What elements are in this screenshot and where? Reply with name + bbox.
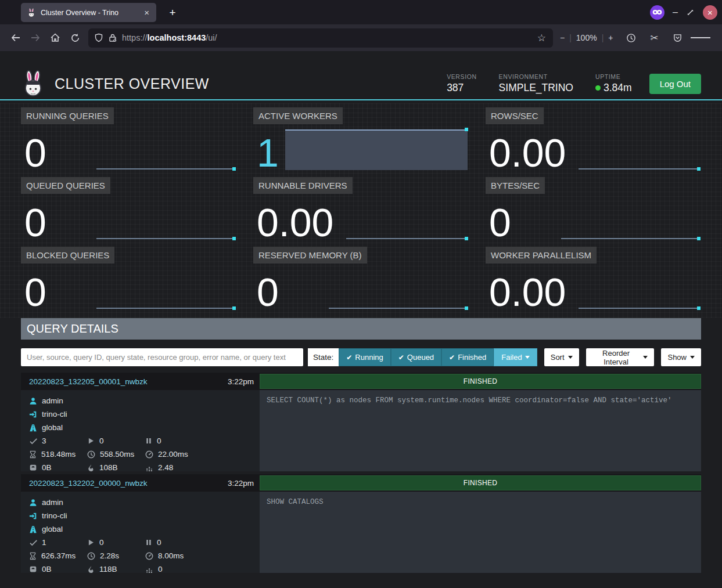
sparkline xyxy=(96,168,235,169)
current-memory: 0B xyxy=(42,463,52,472)
sparkline-endpoint-dot xyxy=(697,167,701,171)
query-row: 20220823_132202_00000_nwbzk 3:22pm FINIS… xyxy=(21,474,701,573)
user-icon xyxy=(29,397,37,405)
queued-splits-pause-icon xyxy=(145,539,152,546)
stat-card-value: 0.00 xyxy=(489,133,566,172)
queued-splits: 0 xyxy=(157,538,161,547)
sparkline-endpoint-dot xyxy=(232,306,236,310)
stat-card-rows-sec: ROWS/SEC 0.00 xyxy=(486,107,701,172)
stat-card-title: QUEUED QUERIES xyxy=(21,177,110,194)
stat-card-value: 0 xyxy=(24,133,46,172)
stat-card-value: 0.00 xyxy=(489,272,566,312)
new-tab-button[interactable]: + xyxy=(164,5,181,21)
home-icon[interactable] xyxy=(45,28,65,48)
pocket-icon[interactable] xyxy=(667,28,687,48)
tab-title: Cluster Overview - Trino xyxy=(41,9,142,17)
bookmark-star-icon[interactable]: ☆ xyxy=(534,32,549,44)
cpu-time-gauge-icon xyxy=(145,552,153,560)
sparkline xyxy=(96,238,235,239)
wall-time: 626.37ms xyxy=(41,551,76,560)
stat-card-bytes-sec: BYTES/SEC 0 xyxy=(486,177,701,242)
completed-splits-check-icon xyxy=(29,437,37,445)
sparkline xyxy=(579,168,700,169)
wall-time-hourglass-icon xyxy=(29,450,37,459)
uptime-label: UPTIME xyxy=(595,73,632,80)
check-icon: ✔ xyxy=(398,353,404,362)
caret-down-icon xyxy=(525,356,530,359)
window-close-button[interactable]: × xyxy=(703,5,717,20)
parallelism: 0 xyxy=(158,565,163,573)
stat-card-title: RUNNING QUERIES xyxy=(21,107,114,124)
zoom-out-button[interactable]: − xyxy=(560,33,565,42)
header-accent-rule xyxy=(0,99,722,100)
show-dropdown[interactable]: Show xyxy=(661,348,701,366)
peak-memory: 108B xyxy=(99,463,118,472)
back-icon[interactable] xyxy=(6,28,26,48)
environment-label: ENVIRONMENT xyxy=(499,73,573,80)
total-time-clock-icon xyxy=(87,552,95,560)
sparkline-endpoint-dot xyxy=(697,237,701,240)
sparkline xyxy=(579,308,700,309)
state-filter-running[interactable]: ✔ Running xyxy=(339,348,391,366)
query-id-link[interactable]: 20220823_132205_00001_nwbzk xyxy=(29,377,147,386)
screenshot-scissors-icon[interactable]: ✂ xyxy=(644,28,664,48)
state-filter-failed-dropdown[interactable]: Failed xyxy=(494,348,537,366)
zoom-level[interactable]: 100% xyxy=(576,33,597,42)
page-title: CLUSTER OVERVIEW xyxy=(55,75,209,92)
trino-cluster-overview-page: CLUSTER OVERVIEW VERSION 387 ENVIRONMENT… xyxy=(0,51,722,588)
wall-time-hourglass-icon xyxy=(29,552,37,560)
sparkline xyxy=(346,238,468,239)
sparkline-endpoint-dot xyxy=(465,128,468,131)
running-splits-play-icon xyxy=(87,437,95,445)
query-filter-toolbar: State: ✔ Running ✔ Queued ✔ Finished Fai… xyxy=(21,348,701,366)
sort-dropdown[interactable]: Sort xyxy=(544,348,579,366)
sparkline-endpoint-dot xyxy=(465,306,468,310)
caret-down-icon xyxy=(643,356,648,359)
stat-card-blocked-queries: BLOCKED QUERIES 0 xyxy=(21,247,236,312)
parallelism: 2.48 xyxy=(158,463,173,472)
stat-card-title: ROWS/SEC xyxy=(486,107,544,124)
reload-icon[interactable] xyxy=(65,28,85,48)
window-minimize-button[interactable]: – xyxy=(673,9,678,15)
stat-card-value: 0 xyxy=(489,203,511,242)
stat-card-title: RESERVED MEMORY (B) xyxy=(253,247,367,264)
total-time-clock-icon xyxy=(87,450,95,459)
running-splits-play-icon xyxy=(87,539,95,546)
state-filter-queued[interactable]: ✔ Queued xyxy=(391,348,441,366)
queued-splits-pause-icon xyxy=(145,437,152,445)
sparkline xyxy=(96,308,235,309)
zoom-in-button[interactable]: + xyxy=(608,33,613,42)
history-clock-icon[interactable] xyxy=(621,28,641,48)
stat-card-active-workers: ACTIVE WORKERS 1 xyxy=(253,107,469,172)
reorder-interval-dropdown[interactable]: Reorder Interval xyxy=(586,348,655,366)
url-bar[interactable]: https://localhost:8443/ui/ ☆ xyxy=(88,28,553,48)
total-time: 2.28s xyxy=(100,551,119,560)
shield-icon[interactable] xyxy=(94,33,103,42)
logout-button[interactable]: Log Out xyxy=(649,74,701,94)
lock-warning-icon[interactable] xyxy=(108,33,117,42)
peak-memory: 118B xyxy=(99,565,117,573)
query-list: 20220823_132205_00001_nwbzk 3:22pm FINIS… xyxy=(21,373,701,576)
stat-card-title: RUNNABLE DRIVERS xyxy=(253,177,353,194)
peak-memory-flame-icon xyxy=(87,464,95,472)
version-value: 387 xyxy=(447,82,476,94)
private-browsing-icon xyxy=(650,5,664,20)
query-resource-group: global xyxy=(42,423,63,432)
check-icon: ✔ xyxy=(346,353,352,362)
trino-bunny-logo xyxy=(21,70,45,98)
forward-icon[interactable] xyxy=(26,28,45,48)
query-id-link[interactable]: 20220823_132202_00000_nwbzk xyxy=(29,479,147,488)
url-text[interactable]: https://localhost:8443/ui/ xyxy=(122,33,534,42)
browser-tab[interactable]: Cluster Overview - Trino × xyxy=(21,3,156,22)
wall-time: 518.48ms xyxy=(41,450,76,459)
query-sql-text: SHOW CATALOGS xyxy=(260,492,701,573)
stat-card-title: BLOCKED QUERIES xyxy=(21,247,114,264)
state-filter-finished[interactable]: ✔ Finished xyxy=(441,348,494,366)
window-restore-button[interactable] xyxy=(686,8,695,17)
query-sql-text: SELECT COUNT(*) as nodes FROM system.run… xyxy=(260,390,701,471)
menu-hamburger-icon[interactable] xyxy=(691,28,710,48)
tab-close-icon[interactable]: × xyxy=(142,8,152,17)
running-splits: 0 xyxy=(99,538,104,547)
stat-card-value: 0 xyxy=(24,272,46,312)
query-search-input[interactable] xyxy=(21,348,303,366)
